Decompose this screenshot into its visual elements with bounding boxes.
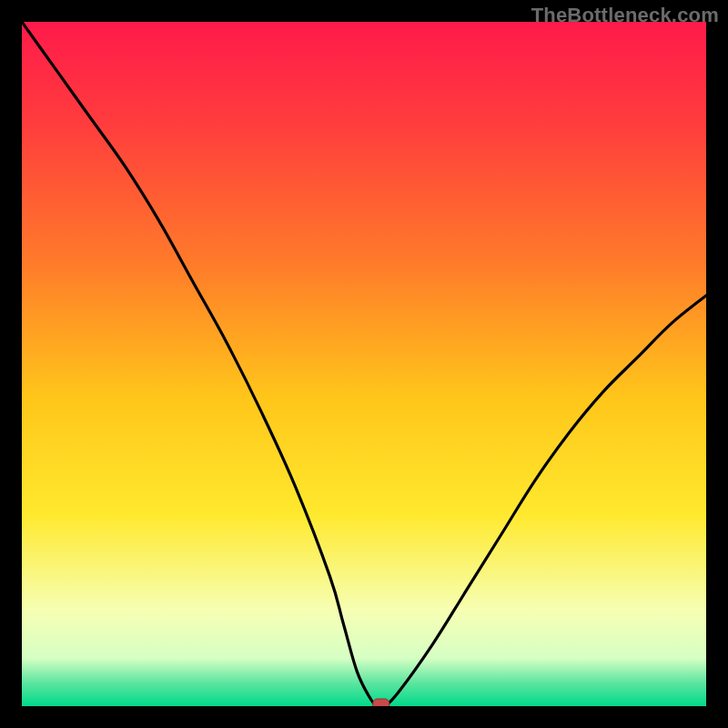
chart-svg (22, 22, 706, 706)
gradient-background (22, 22, 706, 706)
chart-frame: TheBottleneck.com (0, 0, 728, 728)
optimum-marker (373, 699, 389, 706)
plot-area (22, 22, 706, 706)
watermark-text: TheBottleneck.com (531, 4, 719, 27)
